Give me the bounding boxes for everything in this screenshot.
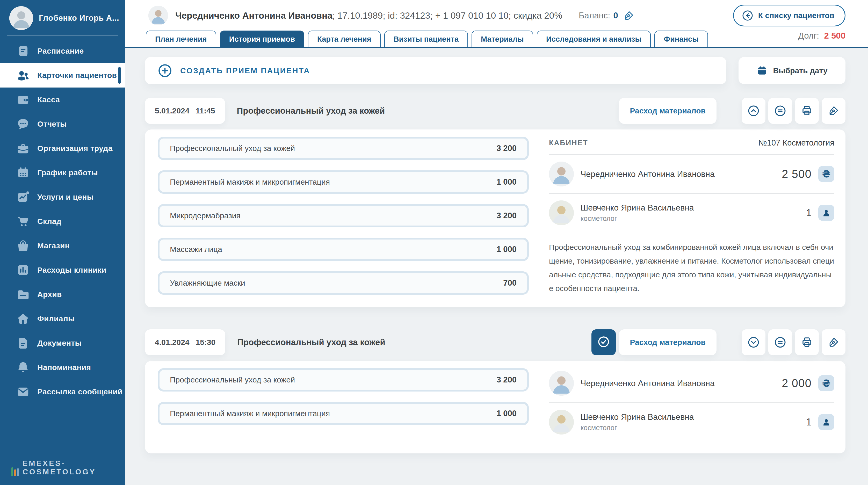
toolbar: СОЗДАТЬ ПРИЕМ ПАЦИЕНТА Выбрать дату bbox=[145, 57, 845, 84]
active-indicator bbox=[118, 67, 121, 84]
sidebar-item-clinic-expenses[interactable]: Расходы клиники bbox=[0, 258, 125, 282]
chevron-down-circle-icon bbox=[747, 336, 760, 348]
sidebar-item-branches[interactable]: Филиалы bbox=[0, 307, 125, 331]
person-icon bbox=[821, 208, 832, 218]
sidebar: Глобенко Игорь А... Расписание Карточки … bbox=[0, 0, 125, 485]
completed-badge[interactable] bbox=[591, 329, 616, 355]
sidebar-item-shop[interactable]: Магазин bbox=[0, 234, 125, 258]
doctor-row: Шевченко Ярина Васильевна косметолог 1 bbox=[549, 194, 834, 232]
home-icon bbox=[16, 312, 30, 326]
person-icon bbox=[821, 417, 832, 427]
tab-patient-visits[interactable]: Визиты пациента bbox=[384, 31, 468, 47]
tab-visit-history[interactable]: История приемов bbox=[220, 31, 304, 47]
pen-nib-icon bbox=[827, 336, 840, 348]
sidebar-item-documents[interactable]: Документы bbox=[0, 331, 125, 355]
schedule-icon bbox=[16, 44, 30, 58]
sidebar-item-reports[interactable]: Отчеты bbox=[0, 112, 125, 136]
tab-treatment-card[interactable]: Карта лечения bbox=[308, 31, 381, 47]
appointment-title: Профессиональный уход за кожей bbox=[237, 337, 385, 347]
services-list: Профессиональный уход за кожей 3 200 Пер… bbox=[158, 368, 529, 441]
check-circle-icon bbox=[597, 335, 610, 350]
sidebar-item-cashbox[interactable]: Касса bbox=[0, 88, 125, 112]
patient-avatar bbox=[148, 6, 168, 25]
hryvnia-icon: ₴ bbox=[822, 377, 831, 389]
tab-finances[interactable]: Финансы bbox=[654, 31, 708, 47]
bar-chart-icon bbox=[16, 263, 30, 277]
appointment-date-chip: 5.01.2024 11:45 bbox=[145, 98, 225, 124]
pen-nib-icon bbox=[827, 104, 840, 117]
hryvnia-icon: ₴ bbox=[822, 168, 831, 180]
plus-circle-icon bbox=[157, 63, 173, 78]
service-row[interactable]: Профессиональный уход за кожей 3 200 bbox=[158, 368, 529, 392]
patient-payment-row: Чередниченко Антонина Ивановна 2 500 ₴ bbox=[549, 155, 834, 193]
service-row[interactable]: Профессиональный уход за кожей 3 200 bbox=[158, 137, 529, 160]
service-row[interactable]: Перманентный макияж и микропигментация 1… bbox=[158, 402, 529, 425]
collapse-button[interactable] bbox=[742, 98, 766, 124]
sidebar-user[interactable]: Глобенко Игорь А... bbox=[0, 0, 125, 32]
service-row[interactable]: Перманентный макияж и микропигментация 1… bbox=[158, 171, 529, 194]
cart-icon bbox=[16, 214, 30, 229]
sidebar-item-reminders[interactable]: Напоминания bbox=[0, 355, 125, 380]
appointment-actions bbox=[742, 98, 845, 124]
document-icon bbox=[16, 336, 30, 350]
calendar-icon bbox=[16, 166, 30, 180]
balance-label: Баланс: bbox=[579, 10, 610, 21]
services-list: Профессиональный уход за кожей 3 200 Пер… bbox=[158, 137, 529, 295]
sidebar-item-archive[interactable]: Архив bbox=[0, 282, 125, 307]
equals-circle-icon bbox=[774, 336, 786, 348]
patient-name: Чередниченко Антонина Ивановна bbox=[175, 10, 333, 21]
sidebar-item-work-org[interactable]: Организация труда bbox=[0, 136, 125, 160]
person-badge bbox=[818, 414, 834, 430]
chat-reports-icon bbox=[16, 117, 30, 131]
tab-treatment-plan[interactable]: План лечения bbox=[146, 31, 216, 47]
appointment-card: Профессиональный уход за кожей 3 200 Пер… bbox=[145, 361, 845, 453]
sidebar-item-schedule[interactable]: Расписание bbox=[0, 39, 125, 63]
doctor-row: Шевченко Ярина Васильевна косметолог 1 bbox=[549, 403, 834, 441]
patients-icon bbox=[16, 68, 30, 82]
sidebar-item-services-prices[interactable]: Услуги и цены bbox=[0, 185, 125, 209]
sidebar-item-work-schedule[interactable]: График работы bbox=[0, 160, 125, 185]
app-logo: emexes-cosmetology bbox=[11, 459, 125, 476]
logo-text: emexes-cosmetology bbox=[23, 459, 125, 476]
cabinet-label: КАБИНЕТ bbox=[549, 139, 588, 147]
print-button[interactable] bbox=[795, 329, 819, 355]
debt-block: Долг: 2 500 bbox=[798, 31, 845, 43]
pen-nib-icon[interactable] bbox=[623, 9, 635, 22]
patient-avatar bbox=[549, 161, 574, 186]
details-button[interactable] bbox=[768, 329, 792, 355]
print-button[interactable] bbox=[795, 98, 819, 124]
balance-value: 0 bbox=[613, 10, 618, 21]
main-area: Чередниченко Антонина Ивановна ; 17.10.1… bbox=[125, 0, 868, 485]
materials-link[interactable]: Расход материалов bbox=[619, 329, 716, 355]
tab-bar: План лечения История приемов Карта лечен… bbox=[125, 27, 868, 48]
appointment-info-panel: Чередниченко Антонина Ивановна 2 000 ₴ bbox=[549, 368, 834, 441]
bell-icon bbox=[16, 360, 30, 374]
debt-value: 2 500 bbox=[824, 31, 845, 40]
details-button[interactable] bbox=[768, 98, 792, 124]
back-to-patients-button[interactable]: К списку пациентов bbox=[733, 5, 845, 26]
materials-link[interactable]: Расход материалов bbox=[619, 98, 716, 124]
printer-icon bbox=[801, 104, 813, 117]
content-area: СОЗДАТЬ ПРИЕМ ПАЦИЕНТА Выбрать дату 5.01… bbox=[125, 48, 868, 485]
appointment-card: Профессиональный уход за кожей 3 200 Пер… bbox=[145, 129, 845, 307]
sidebar-item-warehouse[interactable]: Склад bbox=[0, 209, 125, 234]
tab-research-analyses[interactable]: Исследования и анализы bbox=[537, 31, 651, 47]
tab-materials[interactable]: Материалы bbox=[471, 31, 533, 47]
person-badge bbox=[818, 205, 834, 221]
topbar: Чередниченко Антонина Ивановна ; 17.10.1… bbox=[125, 0, 868, 48]
sidebar-item-mailing[interactable]: Рассылка сообщений bbox=[0, 380, 125, 404]
edit-button[interactable] bbox=[822, 98, 845, 124]
balance-block: Баланс: 0 bbox=[579, 9, 635, 22]
appointment-date-chip: 4.01.2024 15:30 bbox=[145, 329, 225, 355]
doctor-avatar bbox=[549, 201, 574, 225]
expand-button[interactable] bbox=[742, 329, 766, 355]
service-row[interactable]: Массажи лица 1 000 bbox=[158, 238, 529, 261]
sidebar-item-patient-cards[interactable]: Карточки пациентов bbox=[0, 63, 125, 88]
cabinet-value: №107 Косметология bbox=[758, 138, 834, 148]
service-row[interactable]: Увлажняющие маски 700 bbox=[158, 271, 529, 295]
service-row[interactable]: Микродермабразия 3 200 bbox=[158, 204, 529, 228]
pick-date-button[interactable]: Выбрать дату bbox=[739, 57, 845, 84]
logo-bars-icon bbox=[11, 467, 20, 476]
edit-button[interactable] bbox=[822, 329, 845, 355]
create-appointment-button[interactable]: СОЗДАТЬ ПРИЕМ ПАЦИЕНТА bbox=[145, 57, 726, 84]
